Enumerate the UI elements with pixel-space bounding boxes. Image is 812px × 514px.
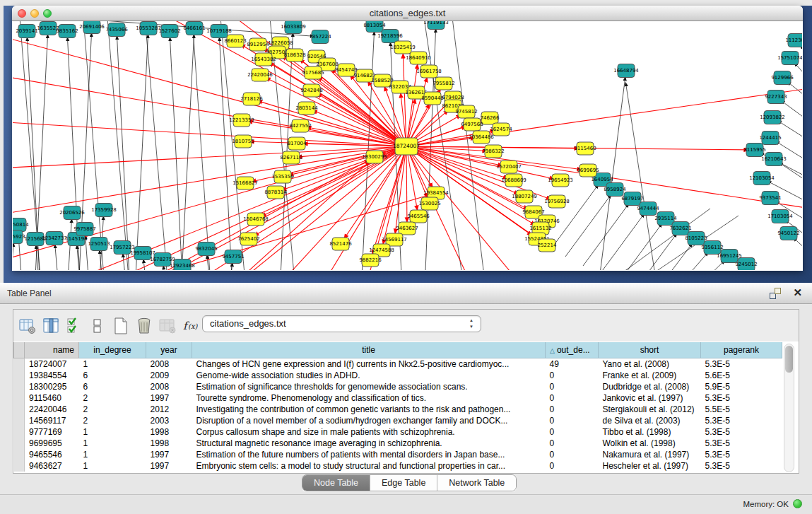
table-row[interactable]: 969969511998Structural magnetic resonanc…	[14, 438, 782, 449]
network-node[interactable]: 16210643	[761, 153, 787, 166]
network-node[interactable]: 17359928	[91, 204, 117, 217]
network-edge[interactable]	[13, 146, 406, 170]
network-node[interactable]: 9242848	[300, 84, 322, 97]
network-node[interactable]: 9832045	[195, 243, 217, 256]
column-header-title[interactable]: title	[192, 342, 546, 358]
network-node[interactable]: 9975887	[73, 223, 95, 236]
network-node[interactable]: 8590448	[421, 92, 443, 105]
table-row[interactable]: 1456911722003Disruption of a novel membe…	[14, 415, 782, 426]
network-node[interactable]: 10553287	[136, 22, 161, 35]
network-node[interactable]: 9115460	[574, 142, 596, 155]
network-edge[interactable]	[228, 263, 233, 270]
network-node[interactable]: 9835162	[56, 25, 78, 38]
network-edge[interactable]	[779, 163, 802, 194]
table-row[interactable]: 1872400712008Changes of HCN gene express…	[14, 358, 782, 370]
network-node[interactable]: 8427552	[289, 119, 311, 132]
network-edge[interactable]	[801, 45, 802, 78]
network-node[interactable]: 10688609	[501, 174, 526, 187]
network-node[interactable]: 9373541	[759, 192, 781, 205]
network-node[interactable]: 1530025	[418, 197, 440, 210]
network-node[interactable]: 1244415	[759, 132, 781, 145]
network-edge[interactable]	[406, 146, 481, 270]
network-edge[interactable]	[583, 204, 629, 266]
network-edge[interactable]	[794, 63, 802, 99]
network-node[interactable]: 18724007	[393, 138, 420, 155]
network-node[interactable]: 19654923	[548, 174, 573, 187]
network-node[interactable]: 2803144	[295, 102, 318, 115]
column-header-name[interactable]: name	[25, 342, 79, 358]
network-node[interactable]: 8267110	[280, 151, 302, 164]
network-edge[interactable]	[631, 233, 677, 270]
network-edge[interactable]	[55, 245, 60, 270]
network-node[interactable]: 16648794	[613, 64, 639, 78]
table-row[interactable]: 1938455462009Genome-wide association stu…	[14, 370, 782, 381]
table-scrollbar[interactable]	[784, 344, 794, 472]
network-node[interactable]: 9745812	[455, 105, 477, 118]
network-edge[interactable]	[406, 146, 417, 210]
network-node[interactable]: 9699695	[577, 164, 599, 177]
table-row[interactable]: 1830029562008Estimation of significance …	[14, 381, 782, 392]
network-node[interactable]: 1810755	[232, 135, 254, 148]
network-edge[interactable]	[406, 146, 407, 222]
network-node[interactable]: 9465546	[407, 210, 430, 223]
network-edge[interactable]	[565, 194, 611, 257]
new-table-icon[interactable]	[112, 317, 130, 335]
network-node[interactable]: 8521476	[329, 238, 352, 250]
network-node[interactable]: 9227343	[765, 90, 787, 104]
network-node[interactable]: 6466161	[183, 22, 205, 35]
network-node[interactable]: 9356112	[701, 241, 723, 255]
show-columns-icon[interactable]	[42, 317, 60, 335]
network-node[interactable]: 20691406	[79, 21, 105, 34]
network-node[interactable]: 18807249	[512, 190, 537, 203]
network-node[interactable]: 1527602	[158, 25, 180, 38]
network-node[interactable]: 817004	[288, 137, 307, 150]
network-node[interactable]: 1250513	[88, 238, 110, 251]
network-node[interactable]: 12213359	[229, 114, 254, 127]
network-edge[interactable]	[663, 252, 708, 270]
network-node[interactable]: 1535359	[271, 170, 293, 183]
column-header-in_degree[interactable]: in_degree	[79, 342, 146, 358]
network-edge[interactable]	[794, 238, 802, 269]
network-node[interactable]: 746266	[481, 112, 500, 124]
network-node[interactable]: 1112304	[785, 34, 802, 47]
row-height-icon[interactable]	[88, 317, 107, 335]
network-node[interactable]: 9882216	[359, 254, 382, 267]
network-node[interactable]: 8115955	[743, 144, 765, 157]
table-row[interactable]: 911546021997Tourette syndrome. Phenomeno…	[14, 392, 782, 404]
network-node[interactable]: 17119133	[423, 21, 449, 30]
network-edge[interactable]	[697, 269, 741, 270]
network-node[interactable]: 3915923	[13, 230, 25, 244]
network-node[interactable]: 252214	[538, 239, 557, 252]
network-edge[interactable]	[170, 37, 184, 270]
network-node[interactable]: 19756928	[544, 195, 570, 208]
function-builder-icon[interactable]: f(x)	[182, 317, 200, 335]
float-window-icon[interactable]	[770, 288, 781, 299]
tab-network-table[interactable]: Network Table	[437, 475, 516, 491]
network-edge[interactable]	[113, 146, 406, 270]
network-node[interactable]: 15751074	[777, 52, 802, 65]
network-node[interactable]: 8878314	[264, 186, 287, 199]
network-node[interactable]: 9175685	[302, 66, 324, 79]
network-node[interactable]: 2718126	[240, 93, 263, 105]
delete-table-icon[interactable]	[135, 317, 153, 335]
network-node[interactable]: 16961758	[416, 65, 442, 78]
network-edge[interactable]	[452, 21, 488, 270]
network-node[interactable]: 8660123	[224, 35, 246, 47]
network-node[interactable]: 9450122	[777, 227, 799, 240]
column-header-year[interactable]: year	[146, 342, 192, 358]
network-node[interactable]: 12093822	[760, 111, 785, 124]
network-node[interactable]: 9129966	[771, 71, 794, 85]
network-node[interactable]: 8186328	[283, 49, 305, 62]
network-edge[interactable]	[134, 35, 148, 270]
table-row[interactable]: 946554611997Estimation of the future num…	[14, 449, 782, 460]
network-node[interactable]: 7435066	[105, 23, 128, 37]
select-all-rows-icon[interactable]	[65, 317, 83, 335]
network-view-window[interactable]: citations_edges.txt 20391411635527983516…	[12, 6, 803, 271]
network-node[interactable]: 7857224	[309, 30, 331, 44]
network-edge[interactable]	[192, 21, 212, 270]
import-table-icon[interactable]	[158, 317, 177, 335]
table-selector-dropdown[interactable]: citations_edges.txt ▲▼	[202, 315, 481, 332]
network-node[interactable]: 9245012	[735, 258, 757, 271]
table-row[interactable]: 2242004622012Investigating the contribut…	[14, 404, 782, 415]
network-edge[interactable]	[553, 185, 599, 247]
